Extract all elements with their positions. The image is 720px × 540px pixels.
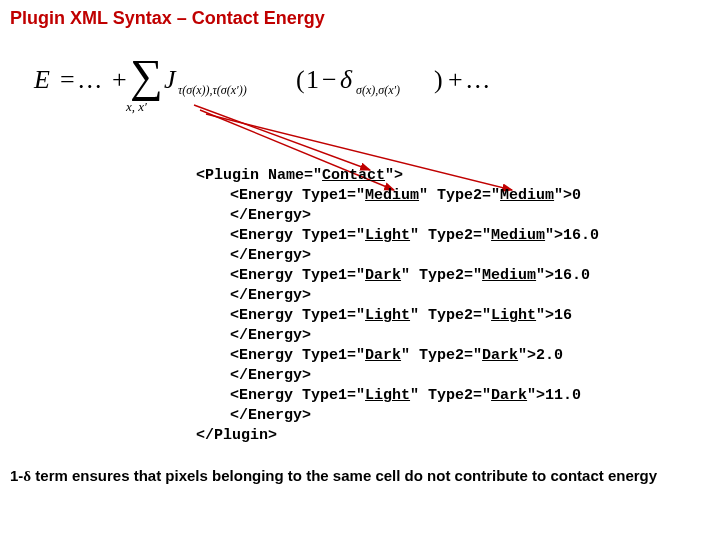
footer-pre: 1- — [10, 467, 23, 484]
formula-sigma: ∑ — [130, 49, 163, 102]
energy-formula: E = ... + ∑ x, x′ J τ(σ(x)),τ(σ(x′)) ( 1… — [34, 51, 710, 121]
footer-delta: δ — [23, 468, 31, 484]
formula-eq: = — [60, 65, 75, 95]
formula-dots2: ... — [466, 65, 492, 95]
formula-E: E — [34, 65, 50, 95]
formula-dots1: ... — [78, 65, 104, 95]
formula-delta-subscript: σ(x),σ(x′) — [356, 83, 400, 98]
footer-note: 1-δ term ensures that pixels belonging t… — [10, 466, 706, 486]
formula-plus1: + — [112, 65, 127, 95]
formula-plus2: + — [448, 65, 463, 95]
formula-lparen: ( — [296, 65, 305, 95]
formula-minus: − — [322, 65, 337, 95]
formula-J-subscript: τ(σ(x)),τ(σ(x′)) — [178, 83, 247, 98]
slide-title: Plugin XML Syntax – Contact Energy — [10, 8, 710, 29]
formula-J: J — [164, 65, 176, 95]
formula-delta: δ — [340, 65, 352, 95]
formula-sum-subscript: x, x′ — [126, 99, 147, 115]
formula-rparen: ) — [434, 65, 443, 95]
footer-post: term ensures that pixels belonging to th… — [31, 467, 657, 484]
xml-code-block: <Plugin Name="Contact"> <Energy Type1="M… — [196, 166, 599, 446]
formula-one: 1 — [306, 65, 319, 95]
